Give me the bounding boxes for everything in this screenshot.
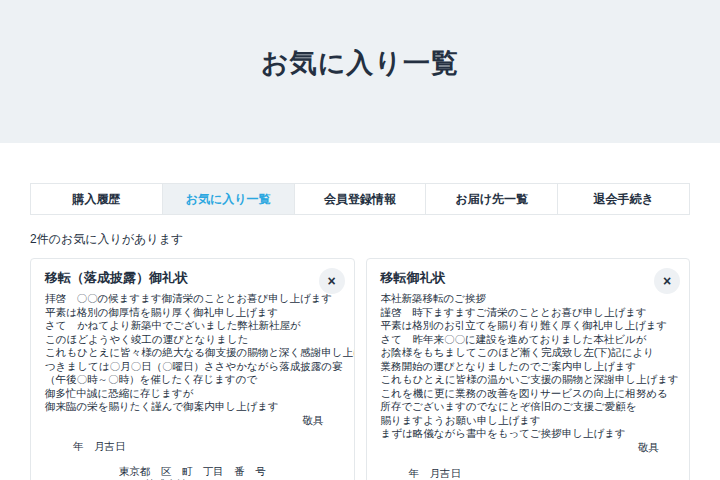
letter-line: 賜りますようお願い申し上げます <box>381 414 676 428</box>
letter-closing: 敬具 <box>381 441 676 455</box>
favorite-card: × 移転御礼状 本社新築移転のご挨拶 謹啓 時下ますますご清栄のこととお喜び申し… <box>366 258 691 480</box>
favorites-count: 2件のお気に入りがあります <box>30 231 690 248</box>
letter-line: 謹啓 時下ますますご清栄のこととお喜び申し上げます <box>381 306 676 320</box>
card-title: 移転御礼状 <box>381 269 676 287</box>
letter-line: これもひとえに皆様の温かいご支援の賜物と深謝申し上げます <box>381 373 676 387</box>
signature-line: 東京都 区 町 丁目 番 号 <box>45 465 340 479</box>
tab-label: 退会手続き <box>593 191 653 208</box>
letter-line: 所存でございますのでなにとぞ倍旧のご支援ご愛顧を <box>381 400 676 414</box>
tab-purchase-history[interactable]: 購入履歴 <box>31 184 162 214</box>
tab-label: 購入履歴 <box>72 191 120 208</box>
page-title: お気に入り一覧 <box>261 45 459 81</box>
card-title: 移転（落成披露）御礼状 <box>45 269 340 287</box>
page-header: お気に入り一覧 <box>0 0 720 143</box>
letter-line: 拝啓 〇〇の候ますます御清栄のこととお喜び申し上げます <box>45 292 340 306</box>
letter-line: 御多忙中誠に恐縮に存じますが <box>45 387 340 401</box>
close-icon: × <box>327 268 335 294</box>
letter-line: 本社新築移転のご挨拶 <box>381 292 676 306</box>
letter-line: さて 昨年来〇〇に建設を進めておりました本社ビルが <box>381 333 676 347</box>
tab-shipping-addresses[interactable]: お届け先一覧 <box>425 184 557 214</box>
letter-date: 年 月吉日 <box>45 440 340 454</box>
letter-closing: 敬具 <box>45 414 340 428</box>
letter-line: これを機に更に業務の改善を図りサービスの向上に相努める <box>381 387 676 401</box>
letter-line: （午後〇時～〇時）を催したく存じますので <box>45 373 340 387</box>
letter-line: これもひとえに皆々様の絶大なる御支援の賜物と深く感謝申し上げます <box>45 346 340 360</box>
tab-withdrawal[interactable]: 退会手続き <box>557 184 689 214</box>
letter-line: まずは略儀ながら書中をもってご挨拶申し上げます <box>381 427 676 441</box>
tab-favorites[interactable]: お気に入り一覧 <box>162 184 294 214</box>
letter-line: お陰様をもちましてこのほど漸く完成致し左(下)記により <box>381 346 676 360</box>
signature-block: 東京都 区 町 丁目 番 号 株式会社 〇〇〇〇 代表取締役 〇〇〇〇 <box>45 465 340 480</box>
tab-label: 会員登録情報 <box>324 191 396 208</box>
tab-label: お気に入り一覧 <box>186 191 271 208</box>
tab-label: お届け先一覧 <box>456 191 529 208</box>
letter-line: このほどようやく竣工の運びとなりました <box>45 333 340 347</box>
tab-member-info[interactable]: 会員登録情報 <box>294 184 426 214</box>
letter-date: 年 月吉日 <box>381 467 676 480</box>
favorite-card: × 移転（落成披露）御礼状 拝啓 〇〇の候ますます御清栄のこととお喜び申し上げま… <box>30 258 355 480</box>
main-content: 購入履歴 お気に入り一覧 会員登録情報 お届け先一覧 退会手続き 2件のお気に入… <box>30 183 690 480</box>
close-icon: × <box>663 268 671 294</box>
remove-favorite-button[interactable]: × <box>654 268 680 294</box>
letter-line: さて かねてより新築中でございました弊社新社屋が <box>45 319 340 333</box>
letter-line: 平素は格別の御厚情を賜り厚く御礼申し上げます <box>45 306 340 320</box>
letter-line: つきましては〇月〇日（〇曜日）ささやかながら落成披露の宴 <box>45 360 340 374</box>
tab-bar: 購入履歴 お気に入り一覧 会員登録情報 お届け先一覧 退会手続き <box>30 183 690 215</box>
letter-line: 業務開始の運びとなりましたのでご案内申し上げます <box>381 360 676 374</box>
remove-favorite-button[interactable]: × <box>319 268 345 294</box>
letter-line: 平素は格別のお引立てを賜り有り難く厚く御礼申し上げます <box>381 319 676 333</box>
cards-row: × 移転（落成披露）御礼状 拝啓 〇〇の候ますます御清栄のこととお喜び申し上げま… <box>30 258 690 480</box>
letter-line: 御来臨の栄を賜りたく謹んで御案内申し上げます <box>45 400 340 414</box>
